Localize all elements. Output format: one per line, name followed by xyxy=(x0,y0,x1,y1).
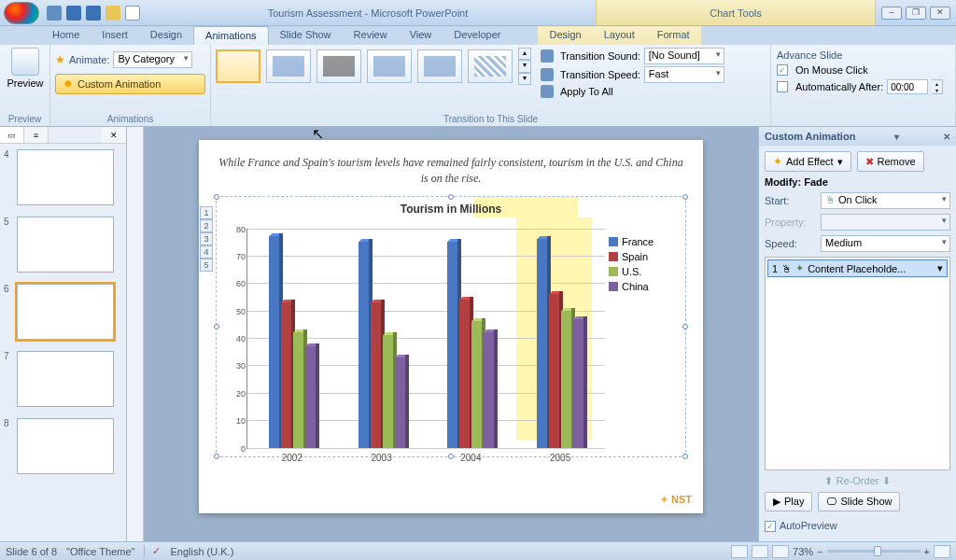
tab-home[interactable]: Home xyxy=(41,26,91,45)
chart-bar xyxy=(459,300,470,448)
slide-thumbnail[interactable]: 4 xyxy=(0,144,126,211)
apply-to-all-button[interactable]: Apply To All xyxy=(541,85,724,98)
slide-body-text: While France and Spain's tourism levels … xyxy=(216,155,686,187)
ribbon-tabstrip: Home Insert Design Animations Slide Show… xyxy=(0,26,956,45)
slide-thumbnail[interactable]: 5 xyxy=(0,211,126,278)
transition-option[interactable] xyxy=(316,49,361,83)
trans-sound-label: Transition Sound: xyxy=(560,50,640,62)
auto-after-checkbox[interactable]: Automatically After: 00:00▴▾ xyxy=(777,79,950,94)
slideshow-button[interactable]: 🖵 Slide Show xyxy=(818,492,900,511)
zoom-slider[interactable] xyxy=(827,550,921,553)
autopreview-checkbox[interactable]: ✓AutoPreview xyxy=(765,516,950,536)
status-language[interactable]: English (U.K.) xyxy=(170,546,233,557)
status-slide-number: Slide 6 of 8 xyxy=(6,546,57,557)
sorter-view-button[interactable] xyxy=(752,545,768,558)
tab-chart-design[interactable]: Design xyxy=(538,26,592,45)
slideshow-view-button[interactable] xyxy=(772,545,789,558)
fit-button[interactable] xyxy=(934,545,950,558)
anim-tag[interactable]: 4 xyxy=(200,245,213,259)
tab-view[interactable]: View xyxy=(399,26,443,45)
preview-button[interactable]: Preview xyxy=(5,48,46,89)
spellcheck-icon[interactable]: ✓ xyxy=(152,545,161,556)
maximize-button[interactable]: ❐ xyxy=(906,7,926,20)
gallery-scroll[interactable]: ▴▾▾ xyxy=(518,48,531,85)
group-label-preview: Preview xyxy=(5,112,45,126)
anim-tag[interactable]: 5 xyxy=(200,259,213,272)
qat-save-icon[interactable] xyxy=(47,6,62,21)
reorder-up-icon[interactable]: ⬆ xyxy=(824,475,833,487)
qat-redo-icon[interactable] xyxy=(86,6,101,21)
property-label: Property: xyxy=(765,217,817,228)
chart-bar xyxy=(281,302,291,448)
office-button[interactable] xyxy=(4,2,39,24)
slide-canvas[interactable]: While France and Spain's tourism levels … xyxy=(199,140,703,513)
apply-all-icon xyxy=(541,85,554,98)
qat-undo-icon[interactable] xyxy=(66,6,81,21)
trans-sound-dropdown[interactable]: [No Sound] xyxy=(644,48,724,64)
qat-open-icon[interactable] xyxy=(105,6,120,21)
star-icon: ★ xyxy=(55,53,65,66)
status-theme: "Office Theme" xyxy=(66,546,134,557)
apply-all-label: Apply To All xyxy=(560,86,613,97)
zoom-out-button[interactable]: − xyxy=(817,546,822,557)
spinner-buttons[interactable]: ▴▾ xyxy=(932,79,943,94)
taskpane-close-icon[interactable]: ✕ xyxy=(943,132,950,142)
thumb-tab-slides[interactable]: ▭ xyxy=(0,127,24,143)
zoom-percent[interactable]: 73% xyxy=(793,546,813,557)
custom-animation-button[interactable]: ✸ Custom Animation xyxy=(55,74,205,94)
play-button[interactable]: ▶ Play xyxy=(765,492,812,511)
animate-dropdown[interactable]: By Category xyxy=(113,51,192,68)
qat-new-icon[interactable] xyxy=(125,6,140,21)
slide-thumbnail[interactable]: 8 xyxy=(0,413,126,480)
speed-icon xyxy=(541,68,554,81)
animation-list[interactable]: 1 🖱 ✦ Content Placeholde... ▾ xyxy=(765,257,950,470)
speed-label: Speed: xyxy=(765,238,817,249)
slide-thumbnail[interactable]: 6★ xyxy=(0,278,126,345)
start-dropdown[interactable]: 🖱 On Click xyxy=(821,192,950,209)
tab-chart-layout[interactable]: Layout xyxy=(593,26,646,45)
close-button[interactable]: ✕ xyxy=(930,7,950,20)
thumb-tab-outline[interactable]: ≡ xyxy=(24,127,49,143)
on-mouse-click-checkbox[interactable]: ✓On Mouse Click xyxy=(777,64,950,76)
trans-speed-dropdown[interactable]: Fast xyxy=(644,66,724,83)
reorder-down-icon[interactable]: ⬇ xyxy=(882,475,891,487)
tab-animations[interactable]: Animations xyxy=(193,26,268,45)
chart-plot-area: 01020304050607080 2002 2003 2004 2005 xyxy=(246,229,605,449)
slide-thumbnail[interactable]: 7 xyxy=(0,345,126,413)
add-effect-button[interactable]: ✦Add Effect ▾ xyxy=(765,151,851,172)
transition-gallery[interactable]: ▴▾▾ xyxy=(216,48,531,85)
tab-developer[interactable]: Developer xyxy=(443,26,512,45)
animation-tags: 1 2 3 4 5 xyxy=(200,206,213,272)
transition-none[interactable] xyxy=(216,49,260,83)
transition-option[interactable] xyxy=(468,49,513,83)
tab-review[interactable]: Review xyxy=(343,26,399,45)
tab-chart-format[interactable]: Format xyxy=(646,26,701,45)
tab-design[interactable]: Design xyxy=(139,26,193,45)
anim-tag[interactable]: 3 xyxy=(200,232,213,245)
transition-option[interactable] xyxy=(266,49,311,83)
speed-dropdown[interactable]: Medium xyxy=(821,235,950,252)
tab-insert[interactable]: Insert xyxy=(91,26,139,45)
thumb-pane-close[interactable]: ✕ xyxy=(102,127,126,143)
animation-list-item[interactable]: 1 🖱 ✦ Content Placeholde... ▾ xyxy=(767,259,948,277)
window-title: Tourism Assessment - Microsoft PowerPoin… xyxy=(140,7,596,19)
item-dropdown-icon[interactable]: ▾ xyxy=(937,262,943,274)
chart-placeholder[interactable]: Tourism in Millions 1 2 3 4 5 0102030405… xyxy=(216,196,686,457)
property-dropdown xyxy=(821,214,950,231)
zoom-in-button[interactable]: + xyxy=(924,546,930,557)
transition-option[interactable] xyxy=(417,49,462,83)
tab-slideshow[interactable]: Slide Show xyxy=(269,26,343,45)
legend-item: U.S. xyxy=(609,266,667,277)
anim-tag[interactable]: 1 xyxy=(200,206,213,219)
mouse-icon: 🖱 xyxy=(781,263,792,274)
item-number: 1 xyxy=(772,263,778,274)
minimize-button[interactable]: – xyxy=(881,7,902,20)
preview-label: Preview xyxy=(7,77,43,89)
auto-after-value[interactable]: 00:00 xyxy=(887,79,928,94)
remove-effect-button[interactable]: ✖Remove xyxy=(857,151,924,172)
transition-option[interactable] xyxy=(367,49,412,83)
normal-view-button[interactable] xyxy=(731,545,748,558)
anim-tag[interactable]: 2 xyxy=(200,219,213,232)
legend-item: China xyxy=(609,281,667,292)
taskpane-dropdown-icon[interactable]: ▾ xyxy=(894,132,899,142)
